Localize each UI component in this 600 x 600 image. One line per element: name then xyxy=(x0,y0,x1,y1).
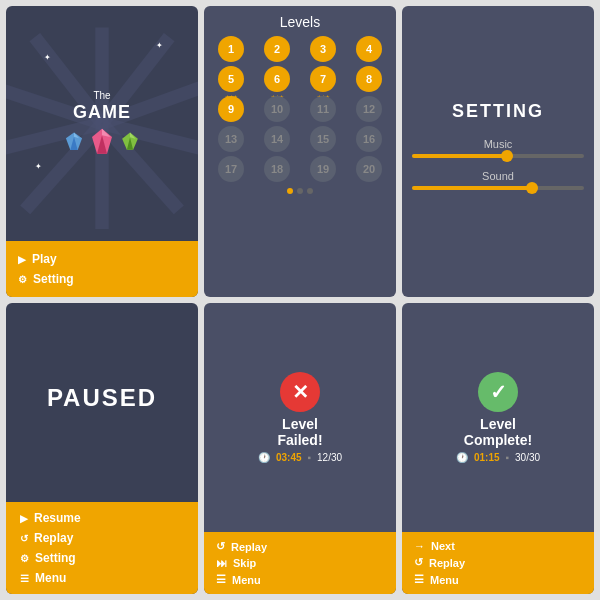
play-button[interactable]: ▶ Play xyxy=(18,249,186,269)
panel-failed: ✕ Level Failed! 🕐 03:45 ▪ 12/30 ↺ Replay… xyxy=(204,303,396,594)
blue-gem xyxy=(63,131,85,153)
replay-button[interactable]: ↺ Replay xyxy=(414,554,582,571)
menu-icon: ☰ xyxy=(414,573,424,586)
menu-button[interactable]: ☰ Menu xyxy=(216,571,384,588)
music-label: Music xyxy=(412,138,584,150)
panel-game: .ray{stroke:#4a5070;stroke-width:14;opac… xyxy=(6,6,198,297)
complete-top-area: ✓ Level Complete! 🕐 01:15 ▪ 30/30 xyxy=(402,303,594,532)
failed-score: 12/30 xyxy=(317,452,342,463)
music-slider-thumb[interactable] xyxy=(501,150,513,162)
level-15: 15 xyxy=(310,126,336,152)
complete-score: 30/30 xyxy=(515,452,540,463)
level-4[interactable]: 4 xyxy=(356,36,382,62)
setting-icon: ⚙ xyxy=(20,553,29,564)
next-button[interactable]: → Next xyxy=(414,538,582,554)
replay-icon: ↺ xyxy=(20,533,28,544)
green-gem xyxy=(119,131,141,153)
levels-title: Levels xyxy=(280,14,320,30)
level-9[interactable]: 9 xyxy=(218,96,244,122)
level-2[interactable]: 2 xyxy=(264,36,290,62)
complete-time: 01:15 xyxy=(474,452,500,463)
paused-menu: ▶ Resume ↺ Replay ⚙ Setting ☰ Menu xyxy=(6,502,198,594)
setting-button[interactable]: ⚙ Setting xyxy=(20,548,184,568)
sound-slider-track[interactable] xyxy=(412,186,584,190)
levels-top-area: Levels 1 2 3 4 5 6 7 8 9 10 11 12 13 14 … xyxy=(204,6,396,297)
clock-icon: 🕐 xyxy=(456,452,468,463)
sound-row: Sound xyxy=(412,170,584,190)
game-top-area: .ray{stroke:#4a5070;stroke-width:14;opac… xyxy=(6,6,198,241)
resume-icon: ▶ xyxy=(20,513,28,524)
failed-menu: ↺ Replay ⏭ Skip ☰ Menu xyxy=(204,532,396,594)
level-6[interactable]: 6 xyxy=(264,66,290,92)
panel-levels: Levels 1 2 3 4 5 6 7 8 9 10 11 12 13 14 … xyxy=(204,6,396,297)
level-19: 19 xyxy=(310,156,336,182)
setting-button[interactable]: ⚙ Setting xyxy=(18,269,186,289)
sound-slider-fill xyxy=(412,186,532,190)
setting-top-area: SETTING Music Sound xyxy=(402,6,594,297)
complete-menu: → Next ↺ Replay ☰ Menu xyxy=(402,532,594,594)
menu-icon: ☰ xyxy=(216,573,226,586)
replay-button[interactable]: ↺ Replay xyxy=(216,538,384,555)
failed-top-area: ✕ Level Failed! 🕐 03:45 ▪ 12/30 xyxy=(204,303,396,532)
level-14: 14 xyxy=(264,126,290,152)
failed-stats: 🕐 03:45 ▪ 12/30 xyxy=(258,452,342,463)
resume-button[interactable]: ▶ Resume xyxy=(20,508,184,528)
panel-paused: PAUSED ▶ Resume ↺ Replay ⚙ Setting ☰ Men… xyxy=(6,303,198,594)
score-icon: ▪ xyxy=(506,452,510,463)
complete-title: Level Complete! xyxy=(464,416,532,448)
panel-setting: SETTING Music Sound xyxy=(402,6,594,297)
level-17: 17 xyxy=(218,156,244,182)
level-16: 16 xyxy=(356,126,382,152)
red-gem xyxy=(87,127,117,157)
dot-2[interactable] xyxy=(297,188,303,194)
menu-button[interactable]: ☰ Menu xyxy=(414,571,582,588)
music-row: Music xyxy=(412,138,584,158)
sparkle-3: ✦ xyxy=(35,162,42,171)
level-8[interactable]: 8 xyxy=(356,66,382,92)
replay-icon: ↺ xyxy=(216,540,225,553)
setting-icon: ⚙ xyxy=(18,274,27,285)
game-menu: ▶ Play ⚙ Setting xyxy=(6,241,198,297)
music-slider-track[interactable] xyxy=(412,154,584,158)
failed-title: Level Failed! xyxy=(277,416,322,448)
level-13: 13 xyxy=(218,126,244,152)
gems-display xyxy=(63,127,141,157)
paused-top-area: PAUSED xyxy=(6,303,198,502)
menu-icon: ☰ xyxy=(20,573,29,584)
dot-3[interactable] xyxy=(307,188,313,194)
replay-icon: ↺ xyxy=(414,556,423,569)
fail-icon: ✕ xyxy=(280,372,320,412)
sparkle-1: ✦ xyxy=(44,53,51,62)
skip-button[interactable]: ⏭ Skip xyxy=(216,555,384,571)
level-10: 10 xyxy=(264,96,290,122)
game-title: The GAME xyxy=(73,90,131,124)
dot-1[interactable] xyxy=(287,188,293,194)
paused-title: PAUSED xyxy=(47,384,157,412)
sparkle-2: ✦ xyxy=(156,41,163,50)
level-3[interactable]: 3 xyxy=(310,36,336,62)
page-dots xyxy=(287,188,313,194)
sound-slider-thumb[interactable] xyxy=(526,182,538,194)
play-icon: ▶ xyxy=(18,254,26,265)
score-icon: ▪ xyxy=(308,452,312,463)
level-20: 20 xyxy=(356,156,382,182)
level-7[interactable]: 7 xyxy=(310,66,336,92)
level-18: 18 xyxy=(264,156,290,182)
rays-bg: .ray{stroke:#4a5070;stroke-width:14;opac… xyxy=(6,6,198,241)
failed-time: 03:45 xyxy=(276,452,302,463)
setting-title: SETTING xyxy=(452,101,544,122)
level-12: 12 xyxy=(356,96,382,122)
clock-icon: 🕐 xyxy=(258,452,270,463)
music-slider-fill xyxy=(412,154,507,158)
menu-button[interactable]: ☰ Menu xyxy=(20,568,184,588)
complete-stats: 🕐 01:15 ▪ 30/30 xyxy=(456,452,540,463)
level-11: 11 xyxy=(310,96,336,122)
panel-complete: ✓ Level Complete! 🕐 01:15 ▪ 30/30 → Next… xyxy=(402,303,594,594)
skip-icon: ⏭ xyxy=(216,557,227,569)
sound-label: Sound xyxy=(412,170,584,182)
level-1[interactable]: 1 xyxy=(218,36,244,62)
level-5[interactable]: 5 xyxy=(218,66,244,92)
replay-button[interactable]: ↺ Replay xyxy=(20,528,184,548)
complete-icon: ✓ xyxy=(478,372,518,412)
levels-grid: 1 2 3 4 5 6 7 8 9 10 11 12 13 14 15 16 1… xyxy=(210,36,390,182)
